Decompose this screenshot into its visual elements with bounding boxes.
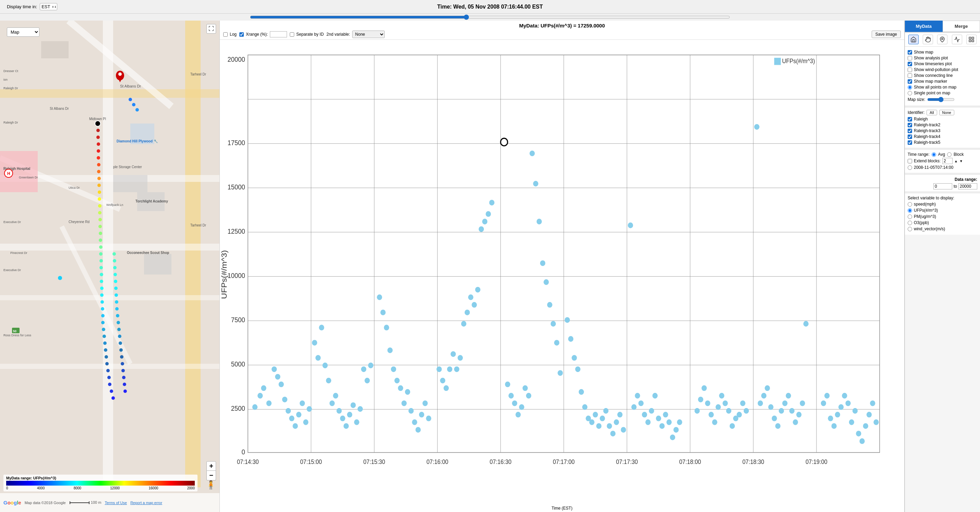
hand-icon xyxy=(925,37,931,43)
svg-point-234 xyxy=(554,340,559,345)
svg-text:07:16:30: 07:16:30 xyxy=(490,458,512,465)
svg-point-230 xyxy=(540,260,545,266)
svg-point-243 xyxy=(589,420,594,425)
chart-controls: Log Xrange (%): Separate by ID 2nd varia… xyxy=(220,29,904,40)
data-range-to-input[interactable] xyxy=(958,183,977,190)
svg-point-214 xyxy=(475,287,480,292)
variable-speed-radio[interactable] xyxy=(908,202,912,207)
identifier-track2-checkbox[interactable] xyxy=(908,123,912,127)
svg-point-158 xyxy=(261,385,266,391)
time-slider[interactable] xyxy=(250,14,730,20)
time-display: Time: Wed, 05 Nov 2008 07:16:44.00 EST xyxy=(437,4,543,10)
svg-rect-316 xyxy=(972,37,974,39)
svg-point-295 xyxy=(800,400,805,406)
variable-ufp-radio[interactable] xyxy=(908,208,912,213)
svg-point-294 xyxy=(797,412,801,417)
tab-merge[interactable]: Merge xyxy=(943,21,980,32)
show-marker-checkbox[interactable] xyxy=(908,79,912,84)
svg-rect-154 xyxy=(774,58,780,65)
svg-rect-315 xyxy=(969,37,971,39)
svg-point-223 xyxy=(516,412,520,417)
extend-blocks-checkbox[interactable] xyxy=(908,159,912,163)
show-analysis-label: Show analysis plot xyxy=(914,56,948,61)
show-wind-checkbox[interactable] xyxy=(908,68,912,72)
home-icon xyxy=(910,37,916,43)
map-zoom-in-button[interactable]: + xyxy=(207,461,216,471)
svg-point-178 xyxy=(337,408,342,413)
svg-point-297 xyxy=(821,400,826,406)
identifier-all-button[interactable]: All xyxy=(926,110,937,115)
data-range-from-input[interactable] xyxy=(933,183,952,190)
variable-wind-radio[interactable] xyxy=(908,227,912,231)
timezone-wrapper[interactable]: EST UTC PST xyxy=(40,3,57,10)
variable-wind-label: wind_vector(m/s) xyxy=(914,226,945,231)
svg-point-185 xyxy=(361,367,366,372)
svg-text:07:19:00: 07:19:00 xyxy=(805,458,827,465)
extend-blocks-input[interactable] xyxy=(942,158,953,164)
time-range-avg-radio[interactable] xyxy=(932,152,936,157)
datetime-radio[interactable] xyxy=(908,166,912,170)
identifier-track3-checkbox[interactable] xyxy=(908,129,912,133)
svg-point-169 xyxy=(304,420,308,425)
identifier-raleigh-checkbox[interactable] xyxy=(908,117,912,121)
show-analysis-checkbox[interactable] xyxy=(908,56,912,61)
tab-mydata[interactable]: MyData xyxy=(905,21,943,32)
variable-ufp-label: UFPs(#/m^3) xyxy=(914,208,938,213)
show-timeseries-checkbox[interactable] xyxy=(908,62,912,66)
grid-icon-button[interactable] xyxy=(966,35,977,44)
report-link[interactable]: Report a map error xyxy=(130,501,162,505)
svg-text:Raleigh Dr: Raleigh Dr xyxy=(3,121,18,124)
svg-point-181 xyxy=(347,412,352,417)
map-zoom-out-button[interactable]: − xyxy=(207,471,216,480)
show-connecting-checkbox[interactable] xyxy=(908,73,912,78)
variable-pm-radio[interactable] xyxy=(908,214,912,219)
svg-point-238 xyxy=(572,355,577,360)
svg-point-237 xyxy=(568,336,573,341)
home-icon-button[interactable] xyxy=(908,35,919,44)
svg-point-259 xyxy=(652,393,657,398)
single-point-radio[interactable] xyxy=(908,91,912,96)
svg-point-216 xyxy=(482,219,487,224)
xrange-checkbox[interactable] xyxy=(239,32,244,37)
secondvar-select[interactable]: None speed(mph) PM(ug/m^3) O3(ppb) xyxy=(352,30,385,38)
legend-title: MyData range: UFPs(#/m^3) xyxy=(6,476,195,480)
map-legend: MyData range: UFPs(#/m^3) 0 4000 8000 12… xyxy=(3,475,197,491)
map-expand-button[interactable]: ⛶ xyxy=(207,24,216,33)
identifier-track4-checkbox[interactable] xyxy=(908,134,912,139)
terms-link[interactable]: Terms of Use xyxy=(105,501,127,505)
identifier-track5-checkbox[interactable] xyxy=(908,140,912,145)
extend-blocks-spinup[interactable]: ▲ xyxy=(954,159,958,163)
show-map-checkbox[interactable] xyxy=(908,50,912,54)
timezone-select[interactable]: EST UTC PST xyxy=(40,3,57,10)
identifier-none-button[interactable]: None xyxy=(939,110,954,115)
save-image-button[interactable]: Save image xyxy=(872,30,901,38)
svg-point-250 xyxy=(614,420,619,425)
log-checkbox[interactable] xyxy=(223,32,228,37)
svg-point-206 xyxy=(447,367,452,372)
extend-blocks-spindown[interactable]: ▼ xyxy=(959,159,963,163)
data-range-to-label: to xyxy=(954,184,957,189)
separate-checkbox[interactable] xyxy=(290,32,294,37)
show-all-points-radio[interactable] xyxy=(908,85,912,89)
hand-icon-button[interactable] xyxy=(923,35,933,44)
svg-rect-3 xyxy=(0,89,220,98)
log-control-row: Log xyxy=(223,32,237,37)
time-range-block-radio[interactable] xyxy=(947,152,951,157)
svg-point-186 xyxy=(365,378,370,383)
map-type-select[interactable]: Map Satellite Terrain xyxy=(7,27,40,37)
identifier-track5-label: Raleigh-track5 xyxy=(914,140,940,145)
svg-point-299 xyxy=(828,416,833,421)
line-icon-button[interactable] xyxy=(952,35,962,44)
pin-icon-button[interactable] xyxy=(937,35,947,44)
variable-o3-radio[interactable] xyxy=(908,221,912,225)
log-label: Log xyxy=(230,32,237,37)
street-view-person[interactable]: 🧍 xyxy=(206,480,216,490)
svg-text:7500: 7500 xyxy=(231,316,245,324)
svg-text:5000: 5000 xyxy=(231,360,245,368)
svg-text:07:16:00: 07:16:00 xyxy=(426,458,449,465)
svg-rect-5 xyxy=(0,244,220,250)
xrange-input[interactable] xyxy=(270,31,287,37)
map-size-slider[interactable] xyxy=(927,97,955,102)
svg-text:Dresser Ct: Dresser Ct xyxy=(3,69,19,73)
svg-text:Ross Dress for Less: Ross Dress for Less xyxy=(3,333,32,337)
